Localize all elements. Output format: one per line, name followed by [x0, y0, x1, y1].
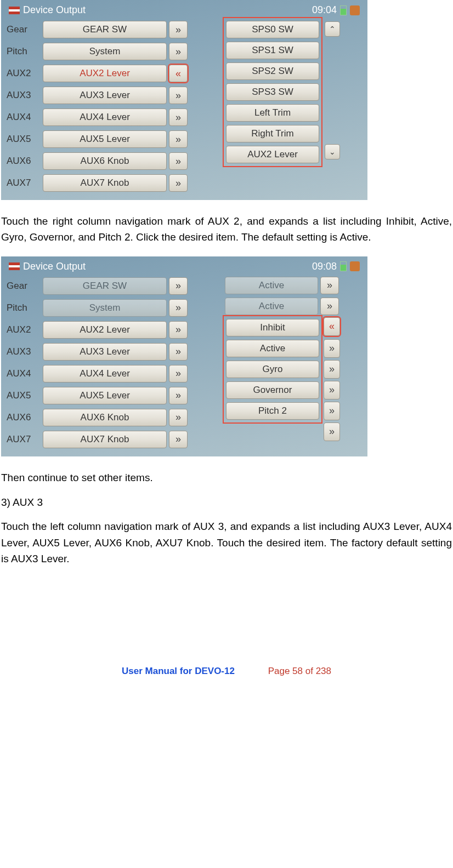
popup-option[interactable]: Inhibit — [226, 319, 319, 336]
channel-row: AUX5AUX5 Lever» — [7, 385, 188, 406]
channel-label: AUX5 — [7, 390, 43, 401]
flag-icon — [9, 262, 20, 270]
channel-button[interactable]: AUX3 Lever — [43, 343, 167, 361]
value-button[interactable]: Active — [225, 277, 318, 294]
channel-row: AUX6AUX6 Knob» — [7, 407, 188, 428]
channel-label: AUX3 — [7, 90, 43, 101]
scroll-up-icon[interactable]: ⌃ — [325, 21, 340, 37]
popup-option[interactable]: Governor — [226, 381, 319, 399]
channel-button[interactable]: System — [43, 299, 167, 317]
nav-expand-icon[interactable]: » — [324, 360, 340, 379]
popup-option[interactable]: Left Trim — [226, 104, 319, 122]
channel-button[interactable]: AUX7 Knob — [43, 174, 167, 192]
nav-expand-icon[interactable]: » — [169, 21, 188, 38]
channel-row: AUX4AUX4 Lever» — [7, 363, 188, 384]
nav-expand-icon[interactable]: » — [169, 343, 188, 361]
left-column: GearGEAR SW»PitchSystem»AUX2AUX2 Lever«A… — [7, 19, 188, 195]
nav-expand-icon[interactable]: » — [169, 387, 188, 404]
channel-label: Pitch — [7, 302, 43, 313]
footer-manual: User Manual for DEVO-12 — [122, 666, 235, 676]
nav-expand-icon[interactable]: » — [169, 409, 188, 426]
screen-header: Device Output 09:08 — [7, 260, 362, 276]
right-column-popup: InhibitActiveGyroGovernorPitch 2 — [225, 317, 320, 421]
channel-label: AUX7 — [7, 434, 43, 445]
channel-button[interactable]: System — [43, 43, 167, 60]
nav-expand-icon[interactable]: » — [169, 43, 188, 60]
popup-option[interactable]: SPS1 SW — [226, 42, 319, 59]
nav-expand-icon[interactable]: « — [169, 65, 188, 82]
channel-button[interactable]: AUX6 Knob — [43, 409, 167, 426]
nav-expand-icon[interactable]: » — [169, 431, 188, 448]
nav-expand-icon[interactable]: » — [169, 321, 188, 339]
channel-row: AUX7AUX7 Knob» — [7, 429, 188, 450]
channel-button[interactable]: AUX2 Lever — [43, 65, 167, 82]
nav-expand-icon[interactable]: » — [169, 299, 188, 317]
channel-label: AUX6 — [7, 412, 43, 423]
channel-label: AUX2 — [7, 324, 43, 335]
channel-row: AUX3AUX3 Lever» — [7, 341, 188, 362]
screenshot-1: Device Output 09:04 GearGEAR SW»PitchSys… — [1, 0, 367, 200]
popup-option[interactable]: SPS3 SW — [226, 83, 319, 101]
channel-label: AUX3 — [7, 346, 43, 357]
nav-expand-icon[interactable]: » — [324, 381, 340, 399]
exit-icon[interactable] — [350, 261, 360, 271]
channel-button[interactable]: AUX5 Lever — [43, 387, 167, 404]
nav-expand-icon[interactable]: » — [169, 130, 188, 148]
channel-label: Pitch — [7, 46, 43, 57]
channel-row: AUX4AUX4 Lever» — [7, 107, 188, 128]
footer-page: Page 58 of 238 — [268, 666, 331, 676]
nav-expand-icon[interactable]: » — [169, 174, 188, 192]
value-button[interactable]: Active — [225, 298, 318, 315]
popup-option[interactable]: SPS0 SW — [226, 21, 319, 38]
channel-button[interactable]: GEAR SW — [43, 277, 167, 295]
nav-expand-icon[interactable]: » — [169, 152, 188, 170]
left-column: GearGEAR SW»PitchSystem»AUX2AUX2 Lever»A… — [7, 276, 188, 451]
battery-icon — [340, 5, 347, 15]
channel-label: Gear — [7, 24, 43, 35]
channel-button[interactable]: GEAR SW — [43, 21, 167, 38]
channel-button[interactable]: AUX2 Lever — [43, 321, 167, 339]
popup-option[interactable]: AUX2 Lever — [226, 146, 319, 163]
channel-label: AUX2 — [7, 68, 43, 79]
channel-label: AUX6 — [7, 156, 43, 167]
nav-expand-icon[interactable]: » — [320, 298, 339, 315]
popup-option[interactable]: Right Trim — [226, 125, 319, 142]
nav-expand-icon[interactable]: » — [324, 339, 340, 358]
nav-collapse-icon[interactable]: « — [324, 317, 340, 336]
nav-expand-icon[interactable]: » — [324, 422, 340, 441]
channel-label: Gear — [7, 281, 43, 292]
channel-label: AUX4 — [7, 368, 43, 379]
channel-row: AUX2AUX2 Lever» — [7, 319, 188, 340]
channel-label: AUX4 — [7, 112, 43, 123]
nav-expand-icon[interactable]: » — [169, 87, 188, 104]
screenshot-2: Device Output 09:08 GearGEAR SW»PitchSys… — [1, 256, 367, 456]
channel-row: GearGEAR SW» — [7, 19, 188, 40]
nav-expand-icon[interactable]: » — [324, 402, 340, 420]
channel-row: AUX5AUX5 Lever» — [7, 129, 188, 150]
popup-option[interactable]: Active — [226, 340, 319, 357]
channel-button[interactable]: AUX7 Knob — [43, 431, 167, 448]
channel-button[interactable]: AUX4 Lever — [43, 365, 167, 382]
channel-row: GearGEAR SW» — [7, 276, 188, 296]
screen-title: Device Output — [23, 4, 86, 16]
heading-aux3: 3) AUX 3 — [1, 496, 452, 509]
channel-button[interactable]: AUX4 Lever — [43, 108, 167, 126]
channel-row: AUX2AUX2 Lever« — [7, 63, 188, 84]
popup-option[interactable]: Pitch 2 — [226, 402, 319, 420]
paragraph-2: Then continue to set other items. — [1, 470, 452, 486]
nav-expand-icon[interactable]: » — [169, 365, 188, 382]
paragraph-3: Touch the left column navigation mark of… — [1, 518, 452, 567]
battery-icon — [340, 261, 347, 271]
channel-row: AUX7AUX7 Knob» — [7, 173, 188, 193]
scroll-down-icon[interactable]: ⌄ — [325, 144, 340, 159]
popup-option[interactable]: Gyro — [226, 361, 319, 378]
nav-expand-icon[interactable]: » — [320, 277, 339, 294]
channel-button[interactable]: AUX3 Lever — [43, 87, 167, 104]
channel-label: AUX5 — [7, 134, 43, 145]
popup-option[interactable]: SPS2 SW — [226, 62, 319, 80]
channel-button[interactable]: AUX5 Lever — [43, 130, 167, 148]
nav-expand-icon[interactable]: » — [169, 277, 188, 295]
channel-button[interactable]: AUX6 Knob — [43, 152, 167, 170]
exit-icon[interactable] — [350, 5, 360, 15]
nav-expand-icon[interactable]: » — [169, 108, 188, 126]
